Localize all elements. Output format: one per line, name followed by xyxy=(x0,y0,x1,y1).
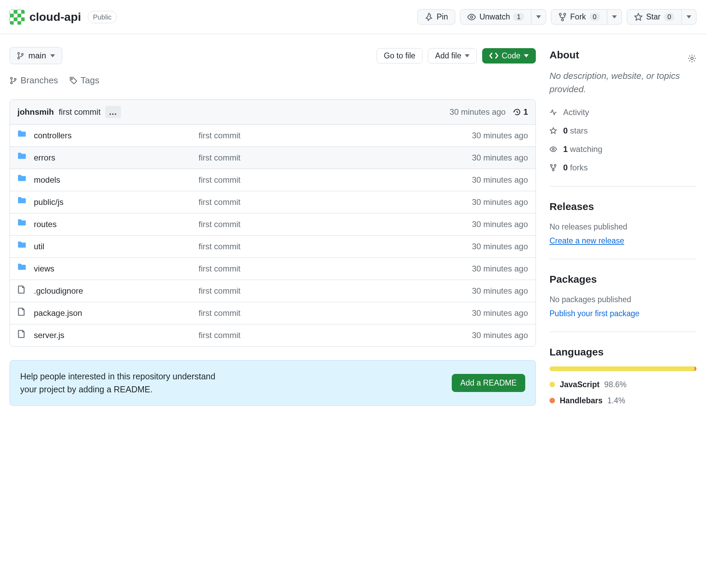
languages-bar xyxy=(549,366,696,371)
svg-point-2 xyxy=(564,13,566,15)
fork-button[interactable]: Fork 0 xyxy=(551,9,607,25)
about-description: No description, website, or topics provi… xyxy=(549,69,696,96)
create-release-link[interactable]: Create a new release xyxy=(549,236,624,245)
unwatch-button[interactable]: Unwatch 1 xyxy=(460,9,531,25)
file-commit-time: 30 minutes ago xyxy=(363,129,528,142)
file-commit-time: 30 minutes ago xyxy=(363,152,528,164)
file-name[interactable]: .gcloudignore xyxy=(34,285,199,297)
watch-menu-button[interactable] xyxy=(531,9,546,25)
releases-none: No releases published xyxy=(549,221,696,233)
unwatch-label: Unwatch xyxy=(479,12,510,22)
file-name[interactable]: controllers xyxy=(34,129,199,142)
file-row[interactable]: package.jsonfirst commit30 minutes ago xyxy=(10,302,535,324)
file-name[interactable]: views xyxy=(34,263,199,275)
languages-list: JavaScript98.6%Handlebars1.4% xyxy=(549,379,696,406)
file-commit-message[interactable]: first commit xyxy=(199,285,363,297)
add-readme-button[interactable]: Add a README xyxy=(452,374,525,392)
file-commit-time: 30 minutes ago xyxy=(363,285,528,297)
stars-count: 0 xyxy=(563,126,568,135)
repo-avatar[interactable] xyxy=(10,10,25,25)
watching-count: 1 xyxy=(563,144,568,154)
eye-icon xyxy=(549,145,557,153)
svg-point-15 xyxy=(553,169,554,171)
file-icon xyxy=(17,307,34,319)
svg-point-4 xyxy=(18,53,19,54)
file-commit-message[interactable]: first commit xyxy=(199,129,363,142)
file-commit-message[interactable]: first commit xyxy=(199,240,363,253)
add-file-button[interactable]: Add file xyxy=(428,48,477,64)
file-commit-time: 30 minutes ago xyxy=(363,196,528,208)
go-to-file-label: Go to file xyxy=(384,51,415,60)
file-commit-message[interactable]: first commit xyxy=(199,152,363,164)
file-name[interactable]: server.js xyxy=(34,329,199,341)
watching-link[interactable]: 1 watching xyxy=(549,143,696,155)
repo-name[interactable]: cloud-api xyxy=(29,8,81,26)
file-commit-time: 30 minutes ago xyxy=(363,218,528,230)
file-commit-message[interactable]: first commit xyxy=(199,263,363,275)
file-row[interactable]: server.jsfirst commit30 minutes ago xyxy=(10,324,535,346)
file-row[interactable]: modelsfirst commit30 minutes ago xyxy=(10,169,535,191)
commit-author[interactable]: johnsmih xyxy=(17,106,54,118)
star-icon xyxy=(634,13,643,22)
visibility-badge: Public xyxy=(88,11,117,23)
releases-heading: Releases xyxy=(549,199,696,214)
file-row[interactable]: viewsfirst commit30 minutes ago xyxy=(10,258,535,280)
pin-button[interactable]: Pin xyxy=(417,9,455,25)
tag-icon xyxy=(70,77,77,84)
pulse-icon xyxy=(549,109,557,116)
file-row[interactable]: utilfirst commit30 minutes ago xyxy=(10,236,535,258)
forks-count: 0 xyxy=(563,163,568,172)
branch-tag-links: Branches Tags xyxy=(10,74,536,87)
activity-link[interactable]: Activity xyxy=(549,106,696,118)
file-row[interactable]: errorsfirst commit30 minutes ago xyxy=(10,147,535,169)
file-row[interactable]: public/jsfirst commit30 minutes ago xyxy=(10,191,535,213)
file-commit-time: 30 minutes ago xyxy=(363,240,528,253)
activity-label: Activity xyxy=(563,106,589,118)
publish-package-link[interactable]: Publish your first package xyxy=(549,309,639,318)
divider xyxy=(549,186,696,186)
file-name[interactable]: errors xyxy=(34,152,199,164)
caret-down-icon xyxy=(687,15,691,18)
folder-icon xyxy=(17,152,34,164)
caret-down-icon xyxy=(50,54,55,57)
star-button[interactable]: Star 0 xyxy=(627,9,682,25)
commits-link[interactable]: 1 xyxy=(513,106,528,118)
commit-time: 30 minutes ago xyxy=(450,106,506,118)
forks-link[interactable]: 0 forks xyxy=(549,162,696,174)
file-commit-message[interactable]: first commit xyxy=(199,307,363,319)
svg-point-6 xyxy=(22,53,23,55)
file-name[interactable]: models xyxy=(34,174,199,186)
file-commit-message[interactable]: first commit xyxy=(199,329,363,341)
svg-point-14 xyxy=(554,165,556,166)
fork-icon xyxy=(549,164,557,171)
file-row[interactable]: routesfirst commit30 minutes ago xyxy=(10,213,535,236)
language-item[interactable]: Handlebars1.4% xyxy=(549,395,696,407)
file-commit-message[interactable]: first commit xyxy=(199,174,363,186)
file-row[interactable]: .gcloudignorefirst commit30 minutes ago xyxy=(10,280,535,302)
file-name[interactable]: util xyxy=(34,240,199,253)
folder-icon xyxy=(17,263,34,275)
folder-icon xyxy=(17,129,34,142)
commit-message[interactable]: first commit xyxy=(59,106,101,118)
svg-point-10 xyxy=(71,78,72,79)
code-button[interactable]: Code xyxy=(482,48,536,64)
star-menu-button[interactable] xyxy=(682,9,696,25)
file-name[interactable]: package.json xyxy=(34,307,199,319)
tags-link[interactable]: Tags xyxy=(70,74,99,87)
language-dot-icon xyxy=(549,398,555,403)
go-to-file-button[interactable]: Go to file xyxy=(377,48,422,64)
eye-icon xyxy=(467,13,476,22)
commit-ellipsis-button[interactable]: … xyxy=(105,106,121,118)
file-row[interactable]: controllersfirst commit30 minutes ago xyxy=(10,125,535,147)
file-commit-message[interactable]: first commit xyxy=(199,196,363,208)
branch-select-button[interactable]: main xyxy=(10,47,62,64)
file-commit-time: 30 minutes ago xyxy=(363,263,528,275)
file-commit-message[interactable]: first commit xyxy=(199,218,363,230)
file-name[interactable]: routes xyxy=(34,218,199,230)
settings-icon[interactable] xyxy=(688,54,696,63)
file-name[interactable]: public/js xyxy=(34,196,199,208)
branches-link[interactable]: Branches xyxy=(10,74,58,87)
fork-menu-button[interactable] xyxy=(607,9,622,25)
stars-link[interactable]: 0 stars xyxy=(549,125,696,137)
language-item[interactable]: JavaScript98.6% xyxy=(549,379,696,391)
